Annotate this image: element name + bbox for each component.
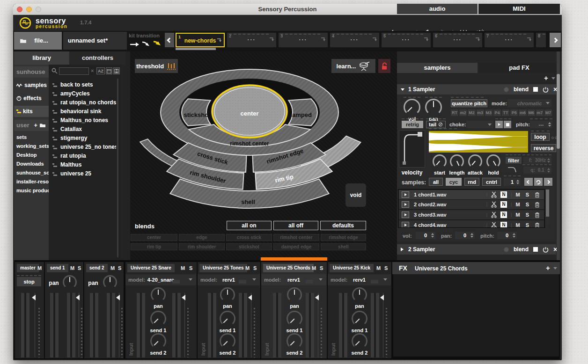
blend-toggle-rim-shoulder[interactable]: rim shoulder [179,243,225,250]
blend-indicator-icon[interactable] [504,87,509,92]
sample-row-4[interactable]: 4 chord4.wav | N | M S [399,220,544,228]
fader-handle[interactable] [315,295,319,300]
waveform-display[interactable] [429,131,528,153]
interval-m6[interactable]: m6 [519,109,526,116]
model-dropdown[interactable]: model: rerv1 [328,274,391,285]
sample-next-button[interactable] [544,178,552,186]
interval-m2[interactable]: m2 [459,109,467,116]
kit-list-item[interactable]: Malthus [49,160,116,169]
solo-toggle[interactable]: S [253,265,257,271]
learn-button[interactable]: learn... [331,59,375,73]
play-sample-button[interactable] [402,191,409,198]
interval-TT[interactable]: TT [502,109,509,116]
start-knob[interactable] [433,154,447,168]
mute-toggle[interactable]: M [515,202,520,207]
quantize-pitch-button[interactable]: quantize pitch [451,99,487,107]
kit-slot-8[interactable]: 8··· [536,33,546,47]
pan-knob[interactable] [103,275,117,289]
power-icon[interactable] [543,87,549,93]
set-name[interactable]: unnamed set* [63,32,127,50]
play-sample-button[interactable] [402,222,409,228]
save-button[interactable] [113,67,120,74]
blend-toggle-shell[interactable]: shell [321,243,366,250]
fader-handle[interactable] [76,295,80,300]
solo-toggle[interactable]: S [526,212,529,218]
folder-icon[interactable] [39,123,46,128]
user-folder[interactable]: sets [14,133,49,142]
interval-M6[interactable]: M6 [528,109,535,116]
samples-cntrl-button[interactable]: cntrl [482,178,501,186]
sample-row-1[interactable]: 1 chord1.wav | N | M S [399,190,544,199]
normalize-toggle[interactable]: N [500,211,507,218]
solo-toggle[interactable]: S [189,265,192,271]
panel-scrollbar[interactable] [557,51,560,260]
sample-cycle-button[interactable] [534,178,543,186]
normalize-toggle[interactable]: N [500,222,507,228]
tail-button[interactable]: tail [426,121,446,128]
interval-m7[interactable]: m7 [536,109,544,116]
sample-row-2[interactable]: 2 chord2.wav | N | M S [399,200,544,209]
add-fx-caret-icon[interactable] [553,267,557,269]
kit-list-item[interactable]: amyCycles [49,89,116,98]
scissors-icon[interactable] [491,201,497,208]
file-menu-button[interactable]: file... [14,32,62,50]
kit-slot-7[interactable]: 7··· [485,33,534,47]
mute-toggle[interactable]: M [245,265,250,271]
fader-handle[interactable] [116,295,120,300]
preview-play-button[interactable] [495,121,503,128]
user-folder[interactable]: installer-resou [14,177,49,186]
kit-list-item[interactable]: Malthus_no tones [49,116,116,125]
samples-all-button[interactable]: all [429,178,443,186]
tab-padfx[interactable]: pad FX [478,63,560,73]
solo-toggle[interactable]: S [320,265,323,271]
mute-toggle[interactable]: M [70,265,74,271]
blends-all-off-button[interactable]: all off [273,221,318,230]
blend-toggle-rimshot-center[interactable]: rimshot center [273,234,319,241]
blends-defaults-button[interactable]: defaults [320,221,366,230]
sampler-vol-knob[interactable] [404,99,420,116]
retrig-button[interactable]: retrig [402,121,423,128]
filter-q-field[interactable]: q:0.1 [523,167,551,174]
solo-toggle[interactable]: S [526,192,529,197]
user-folder[interactable]: Downloads [14,160,49,168]
scissors-icon[interactable] [491,211,497,218]
velocity-curve-widget[interactable] [399,130,425,167]
add-sampler-button[interactable]: + [544,74,548,82]
hold-knob[interactable] [486,154,500,168]
normalize-toggle[interactable]: N [500,201,507,208]
interval-M3[interactable]: M3 [485,109,492,116]
solo-toggle[interactable]: S [526,222,529,228]
kit-list-item[interactable]: rat utopia_no chords [49,98,116,107]
tab-library[interactable]: library [14,51,69,65]
pan-knob[interactable] [287,287,302,302]
trash-icon[interactable] [535,212,540,218]
kit-scroll-right-button[interactable] [550,33,561,47]
kit-row-scrollbar[interactable] [176,48,216,50]
stop-icon[interactable] [533,247,538,252]
search-clear-icon[interactable]: × [91,68,94,73]
send2-knob[interactable] [220,333,235,349]
send2-knob[interactable] [150,333,166,349]
mode-dropdown[interactable]: chromatic [507,99,551,107]
fader-handle[interactable] [248,295,252,300]
user-folder[interactable]: music produc [14,186,49,195]
mute-toggle[interactable]: M [376,265,381,271]
pan-knob[interactable] [220,287,235,302]
nav-kits[interactable]: kits [14,106,49,117]
normalize-toggle[interactable]: N [500,191,507,198]
loop-button[interactable]: loop [531,133,550,141]
tab-midi[interactable]: MIDI [478,4,560,14]
mute-toggle[interactable]: M [181,265,185,271]
blend-toggle-cross-stick[interactable]: cross stick [226,234,272,241]
add-fx-button[interactable]: + [546,264,550,272]
mute-toggle[interactable]: M [312,265,316,271]
tab-controllers[interactable]: controllers [70,51,125,65]
sample-list-scrollbar[interactable] [546,189,549,227]
blend-toggle-center[interactable]: center [131,234,177,241]
tab-audio[interactable]: audio [397,4,478,14]
solo-toggle[interactable]: S [118,265,121,271]
attack-knob[interactable] [468,154,482,168]
void-zone-button[interactable]: void [345,183,366,207]
stop-icon[interactable] [533,87,538,92]
filter-freq-field[interactable]: f:30Hz [523,157,551,164]
